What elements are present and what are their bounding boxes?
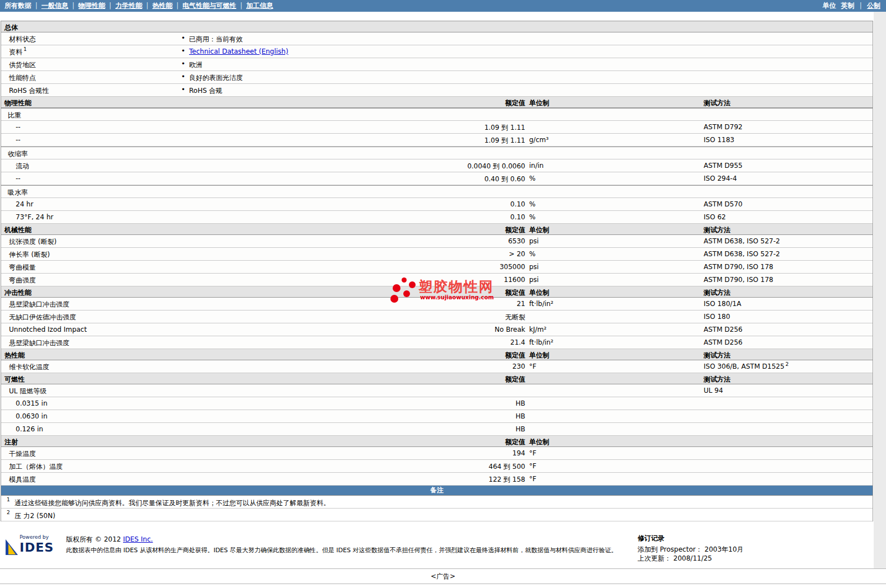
logo-powered-by: Powered by bbox=[20, 534, 49, 540]
table-row: 0.0630 inHB bbox=[1, 410, 873, 423]
test-method: ISO 180 bbox=[704, 313, 730, 321]
column-header-value: 额定值 bbox=[387, 225, 525, 235]
property-value: 1.09 到 1.11 bbox=[387, 123, 525, 133]
property-unit: psi bbox=[529, 237, 539, 245]
nav-tabs: 所有数据|一般信息|物理性能|力学性能|热性能|电气性能与可燃性|加工信息 bbox=[4, 0, 277, 12]
property-label: 弯曲模量 bbox=[9, 263, 36, 272]
footnotes: 1通过这些链接您能够访问供应商资料。我们尽量保证及时更新资料；不过您可以从供应商… bbox=[1, 496, 873, 521]
table-row: 悬壁梁缺口冲击强度21.4ft·lb/in²ASTM D256 bbox=[1, 336, 873, 349]
section-title: 注射 bbox=[4, 438, 18, 447]
nav-tab-6[interactable]: 加工信息 bbox=[246, 2, 273, 10]
datasheet-table: 总体材料状态•已商用：当前有效资料1•Technical Datasheet (… bbox=[1, 21, 873, 521]
general-value: 已商用：当前有效 bbox=[189, 35, 243, 44]
property-label: 干燥温度 bbox=[9, 449, 36, 459]
column-header-method: 测试方法 bbox=[704, 288, 731, 298]
logo-ides: IDES bbox=[20, 540, 54, 554]
table-row: 干燥温度194°F bbox=[1, 447, 873, 460]
property-value: 305000 bbox=[387, 263, 525, 271]
table-row: 24 hr0.10%ASTM D570 bbox=[1, 198, 873, 211]
property-label: 比重 bbox=[8, 111, 21, 120]
unit-metric-link[interactable]: 公制 bbox=[867, 2, 880, 10]
nav-tab-4[interactable]: 热性能 bbox=[152, 2, 172, 10]
property-label: 0.0630 in bbox=[16, 412, 48, 420]
test-method: ASTM D256 bbox=[704, 326, 742, 333]
general-value: 良好的表面光洁度 bbox=[189, 73, 243, 83]
revision-line: 上次更新： 2008/11/25 bbox=[638, 554, 743, 563]
property-unit: % bbox=[529, 200, 535, 208]
notes-bar: 备注 bbox=[1, 486, 873, 496]
property-label: 无缺口伊佐德冲击强度 bbox=[9, 313, 76, 322]
copyright-text: 版权所有 © 2012 bbox=[66, 535, 123, 543]
table-row: 73°F, 24 hr0.10%ISO 62 bbox=[1, 211, 873, 224]
datasheet-link[interactable]: Technical Datasheet (English) bbox=[189, 48, 288, 55]
ad-strip: <广告> bbox=[0, 568, 886, 584]
column-header-method: 测试方法 bbox=[704, 351, 731, 360]
nav-tab-1[interactable]: 一般信息 bbox=[41, 2, 68, 10]
table-row: 弯曲强度11600psiASTM D790, ISO 178 bbox=[1, 274, 873, 286]
nav-tab-2[interactable]: 物理性能 bbox=[78, 2, 105, 10]
unit-separator: | bbox=[860, 2, 862, 10]
column-header-unit: 单位制 bbox=[529, 438, 549, 447]
property-label: Unnotched Izod Impact bbox=[9, 326, 87, 333]
general-row: RoHS 合规性•RoHS 合规 bbox=[1, 84, 873, 97]
property-label: 悬壁梁缺口冲击强度 bbox=[9, 300, 69, 309]
column-header-method: 测试方法 bbox=[704, 225, 731, 235]
table-row: UL 阻燃等级UL 94 bbox=[1, 384, 873, 397]
test-method: ISO 180/1A bbox=[704, 300, 741, 308]
table-row: 0.126 inHB bbox=[1, 423, 873, 436]
test-method: ISO 294-4 bbox=[704, 175, 737, 182]
units-label: 单位 bbox=[822, 2, 836, 10]
bullet-icon: • bbox=[181, 60, 185, 68]
column-header-method: 测试方法 bbox=[704, 375, 731, 384]
unit-switch: 单位 英制 | 公制 bbox=[819, 0, 880, 12]
section-header: 总体 bbox=[1, 21, 873, 32]
test-method: ISO 306/B, ASTM D15252 bbox=[704, 363, 789, 370]
bullet-icon: • bbox=[181, 47, 185, 55]
table-row: 无缺口伊佐德冲击强度无断裂ISO 180 bbox=[1, 311, 873, 323]
general-value: 欧洲 bbox=[189, 60, 202, 70]
notes-title: 备注 bbox=[430, 486, 444, 494]
column-header-value: 额定值 bbox=[387, 375, 525, 384]
page-right-margin bbox=[874, 12, 886, 568]
property-label: 悬壁梁缺口冲击强度 bbox=[9, 338, 69, 348]
test-method: ASTM D955 bbox=[704, 162, 742, 170]
property-unit: °F bbox=[529, 462, 536, 470]
column-header-value: 额定值 bbox=[387, 288, 525, 298]
nav-separator: | bbox=[240, 2, 242, 10]
property-unit: kJ/m² bbox=[529, 326, 546, 333]
section-title: 冲击性能 bbox=[4, 288, 31, 298]
nav-separator: | bbox=[146, 2, 148, 10]
bullet-icon: • bbox=[181, 73, 185, 81]
property-unit: ft·lb/in² bbox=[529, 300, 553, 308]
property-value: 无断裂 bbox=[387, 313, 525, 322]
ides-inc-link[interactable]: IDES Inc. bbox=[123, 535, 153, 543]
footnote-marker: 2 bbox=[785, 361, 789, 367]
general-value: RoHS 合规 bbox=[189, 86, 223, 96]
nav-tab-5[interactable]: 电气性能与可燃性 bbox=[182, 2, 236, 10]
nav-tab-3[interactable]: 力学性能 bbox=[115, 2, 142, 10]
property-label: 供货地区 bbox=[9, 60, 36, 70]
test-method: ASTM D638, ISO 527-2 bbox=[704, 250, 780, 258]
property-value: 0.10 bbox=[387, 213, 525, 221]
table-row: 维卡软化温度230°FISO 306/B, ASTM D15252 bbox=[1, 360, 873, 373]
bullet-icon: • bbox=[181, 34, 185, 42]
property-value: HB bbox=[387, 425, 525, 433]
section-header: 机械性能额定值单位制测试方法 bbox=[1, 224, 873, 235]
revision-block: 修订记录 添加到 Prospector： 2003年10月上次更新： 2008/… bbox=[638, 534, 743, 563]
nav-separator: | bbox=[109, 2, 111, 10]
property-label: 模具温度 bbox=[9, 475, 36, 484]
property-label: 伸长率 (断裂) bbox=[9, 250, 50, 260]
column-header-unit: 单位制 bbox=[529, 288, 549, 298]
table-row: 加工（熔体）温度464 到 500°F bbox=[1, 460, 873, 473]
property-value: No Break bbox=[387, 326, 525, 333]
copyright-line: 版权所有 © 2012 IDES Inc. bbox=[66, 535, 153, 544]
test-method: ASTM D570 bbox=[704, 200, 742, 208]
property-value: 21.4 bbox=[387, 338, 525, 346]
general-row: 资料1•Technical Datasheet (English) bbox=[1, 45, 873, 58]
property-label: 73°F, 24 hr bbox=[16, 213, 53, 221]
property-label: 流动 bbox=[16, 162, 29, 171]
property-unit: °F bbox=[529, 363, 536, 370]
disclaimer-text: 此数据表中的信息由 IDES 从该材料的生产商处获得。IDES 尽最大努力确保此… bbox=[66, 546, 617, 554]
property-value: > 20 bbox=[387, 250, 525, 258]
section-title: 总体 bbox=[4, 23, 18, 32]
